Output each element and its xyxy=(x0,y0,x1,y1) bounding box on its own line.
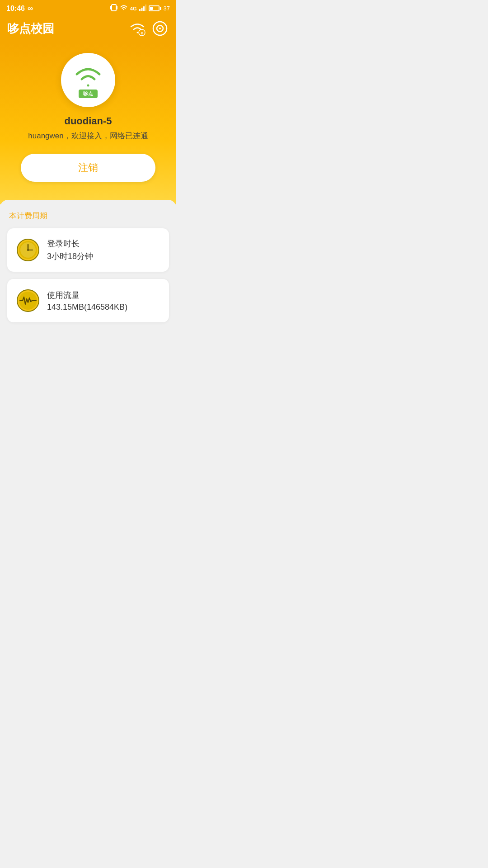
section-title: 本计费周期 xyxy=(7,211,169,221)
svg-rect-5 xyxy=(143,6,145,11)
svg-rect-4 xyxy=(141,8,142,11)
wifi-logo: 哆点 xyxy=(61,53,115,107)
wifi-settings-button[interactable]: e xyxy=(128,19,146,38)
status-right: 4G 37 xyxy=(110,4,170,13)
network-type-label: 4G xyxy=(130,6,137,11)
battery-icon xyxy=(149,5,161,11)
header-actions: e xyxy=(128,19,169,38)
hero-area: 哆点 duodian-5 huangwen，欢迎接入，网络已连通 注销 xyxy=(0,44,176,204)
welcome-text: huangwen，欢迎接入，网络已连通 xyxy=(28,131,148,141)
login-duration-text: 登录时长 3小时18分钟 xyxy=(47,238,93,262)
svg-point-11 xyxy=(159,28,161,29)
traffic-icon xyxy=(16,289,40,312)
login-duration-value: 3小时18分钟 xyxy=(47,251,93,262)
vibrate-icon xyxy=(110,4,117,13)
svg-rect-3 xyxy=(139,9,141,11)
scan-button[interactable] xyxy=(151,19,169,38)
svg-rect-6 xyxy=(145,5,146,11)
app-title: 哆点校园 xyxy=(7,21,54,37)
svg-point-17 xyxy=(27,249,29,251)
signal-icon xyxy=(139,5,146,12)
clock-icon xyxy=(16,238,40,262)
status-left: 10:46 ∞ xyxy=(6,4,33,13)
svg-rect-2 xyxy=(117,6,117,9)
app-header: 哆点校园 e xyxy=(0,15,176,44)
wifi-logo-inner: 哆点 xyxy=(61,53,115,107)
content-area: 本计费周期 登录时长 3小时18分钟 xyxy=(0,200,176,426)
traffic-label: 使用流量 xyxy=(47,290,127,301)
status-time: 10:46 xyxy=(6,5,25,13)
svg-text:e: e xyxy=(141,31,143,35)
ssid-name: duodian-5 xyxy=(64,115,112,127)
battery-level: 37 xyxy=(164,5,170,12)
svg-rect-1 xyxy=(110,6,111,9)
login-duration-card: 登录时长 3小时18分钟 xyxy=(7,228,169,272)
traffic-usage-text: 使用流量 143.15MB(146584KB) xyxy=(47,290,127,312)
traffic-usage-card: 使用流量 143.15MB(146584KB) xyxy=(7,279,169,322)
login-duration-label: 登录时长 xyxy=(47,238,93,249)
traffic-value: 143.15MB(146584KB) xyxy=(47,302,127,312)
wifi-status-icon xyxy=(120,5,128,12)
logo-label: 哆点 xyxy=(79,90,98,98)
logout-button[interactable]: 注销 xyxy=(21,154,155,182)
svg-rect-0 xyxy=(112,5,116,11)
infinity-icon: ∞ xyxy=(28,4,33,13)
status-bar: 10:46 ∞ 4G xyxy=(0,0,176,15)
